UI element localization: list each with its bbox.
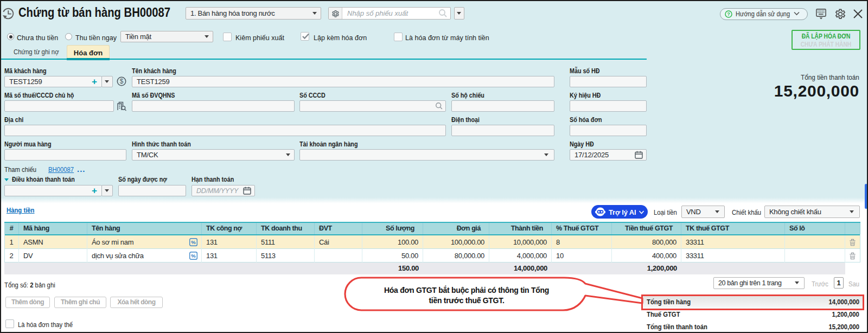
svg-text:%: % (191, 239, 196, 245)
svg-text:?: ? (727, 11, 730, 17)
svg-text:%: % (191, 253, 196, 259)
svg-text:$: $ (120, 78, 124, 85)
